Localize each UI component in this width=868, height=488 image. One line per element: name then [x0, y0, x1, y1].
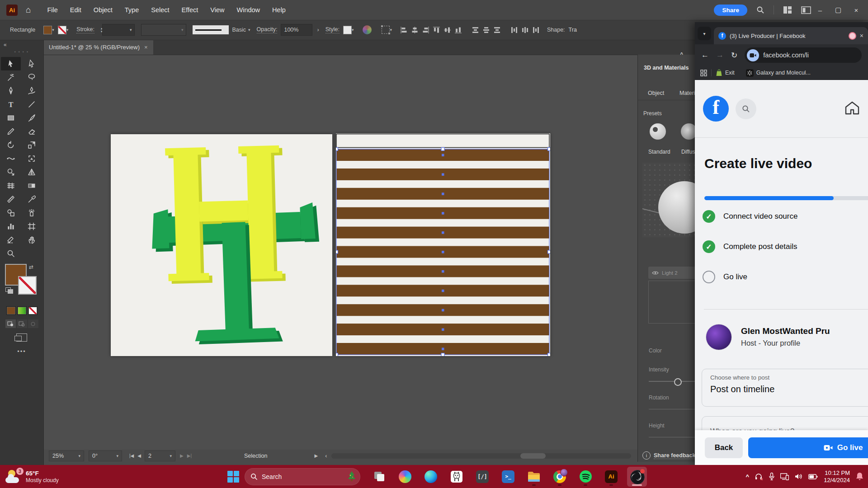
next-artboard-icon[interactable]: ▶	[180, 453, 184, 458]
align-center-h-icon[interactable]	[411, 26, 419, 34]
share-button[interactable]: Share	[714, 5, 747, 16]
draw-normal-icon[interactable]	[5, 319, 16, 328]
light-position-widget[interactable]	[648, 281, 695, 324]
last-artboard-icon[interactable]: ▶|	[187, 453, 192, 458]
line-segment-tool[interactable]	[22, 98, 42, 111]
perspective-grid-tool[interactable]	[22, 165, 42, 179]
curvature-tool[interactable]	[22, 84, 42, 98]
shape-builder-tool[interactable]	[1, 165, 21, 179]
slice-tool[interactable]	[1, 233, 21, 247]
zoom-level-dropdown[interactable]: 25%▾	[49, 450, 84, 461]
artboard-tool[interactable]	[22, 220, 42, 233]
menu-object[interactable]: Object	[94, 6, 113, 14]
rotate-tool[interactable]	[1, 138, 21, 152]
tab-close-icon[interactable]: ×	[860, 32, 863, 39]
pen-tool[interactable]	[1, 84, 21, 98]
gradient-mode-button[interactable]	[17, 306, 27, 315]
stroke-weight-field[interactable]: ▾	[102, 24, 135, 36]
host-row[interactable]: Glen MostWanted Pru Host - Your profile	[706, 324, 830, 350]
none-mode-button[interactable]	[28, 306, 38, 315]
stroke-dropdown-icon[interactable]: ▾	[66, 28, 69, 32]
distribute-middle-icon[interactable]	[482, 26, 490, 34]
home-icon[interactable]: ⌂	[26, 5, 31, 15]
illustrator-app-icon[interactable]: Ai	[6, 5, 18, 16]
edge-taskbar-icon[interactable]	[421, 467, 441, 487]
magic-wand-tool[interactable]	[1, 70, 21, 84]
fill-color-swatch[interactable]	[43, 26, 52, 34]
brush-preview[interactable]	[193, 25, 229, 34]
rectangle-tool[interactable]	[1, 111, 21, 125]
stroke-weight-label[interactable]: Stroke:	[76, 26, 94, 33]
lighting-preview[interactable]	[642, 163, 695, 237]
facebook-home-icon[interactable]	[844, 101, 860, 117]
recolor-artwork-icon[interactable]	[363, 25, 372, 34]
menu-view[interactable]: View	[210, 6, 224, 14]
dev-box-taskbar-icon[interactable]: [/]	[472, 467, 492, 487]
screen-mode-icon[interactable]	[16, 333, 27, 342]
type-tool[interactable]: T	[1, 98, 21, 111]
hand-tool[interactable]	[22, 233, 42, 247]
distribute-center-icon[interactable]	[521, 26, 529, 34]
shape-value[interactable]: Tra	[569, 27, 577, 33]
powershell-taskbar-icon[interactable]: >_	[498, 467, 518, 487]
fill-dropdown-icon[interactable]: ▾	[52, 28, 54, 32]
collapse-panel-icon[interactable]: «	[4, 42, 7, 48]
bounding-box-icon[interactable]	[382, 26, 390, 34]
prev-artboard-icon[interactable]: ◀	[137, 453, 141, 458]
align-right-icon[interactable]	[422, 26, 429, 34]
horizontal-scrollbar[interactable]	[331, 453, 631, 459]
lasso-tool[interactable]	[22, 70, 42, 84]
mesh-tool[interactable]	[1, 179, 21, 192]
document-canvas[interactable]: Untitled-1* @ 25 % (RGB/Preview) × ^	[43, 40, 695, 450]
cast-device-icon[interactable]	[780, 473, 789, 480]
align-bottom-icon[interactable]	[454, 26, 462, 34]
menu-file[interactable]: File	[47, 6, 57, 14]
distribute-left-icon[interactable]	[510, 26, 518, 34]
spotify-taskbar-icon[interactable]	[576, 467, 595, 487]
preset-standard-thumb[interactable]	[650, 123, 666, 140]
volume-icon[interactable]	[795, 473, 802, 480]
opacity-field[interactable]: 100%	[281, 24, 312, 36]
blend-tool[interactable]	[1, 206, 21, 220]
style-swatch[interactable]	[343, 26, 352, 34]
headphones-muted-icon[interactable]	[755, 473, 763, 480]
artboard-number-dropdown[interactable]: 2▾	[145, 450, 175, 461]
scale-tool[interactable]	[22, 138, 42, 152]
facebook-logo[interactable]: f	[703, 96, 729, 122]
copilot-taskbar-icon[interactable]	[395, 467, 415, 487]
clock[interactable]: 10:12 PM 12/4/2024	[824, 469, 850, 484]
intensity-slider[interactable]	[649, 381, 695, 382]
zoom-tool[interactable]	[1, 247, 21, 260]
post-destination-select[interactable]: Choose where to post Post on timeline	[702, 369, 868, 407]
intensity-knob[interactable]	[674, 378, 682, 386]
eyedropper-tool[interactable]	[22, 192, 42, 206]
distribute-top-icon[interactable]	[472, 26, 479, 34]
llama-taskbar-icon[interactable]	[447, 467, 467, 487]
align-left-icon[interactable]	[400, 26, 408, 34]
stroke-swatch[interactable]	[18, 276, 37, 295]
eraser-tool[interactable]	[22, 125, 42, 138]
search-icon[interactable]	[756, 6, 764, 14]
document-close-icon[interactable]: ×	[144, 44, 148, 51]
status-play-icon[interactable]: ▶	[314, 453, 318, 458]
status-mode-label[interactable]: Selection	[244, 453, 267, 459]
distribute-right-icon[interactable]	[532, 26, 540, 34]
start-button[interactable]	[227, 471, 239, 483]
style-label[interactable]: Style:	[326, 26, 340, 33]
distribute-bottom-icon[interactable]	[493, 26, 501, 34]
maximize-button[interactable]: ▢	[829, 6, 847, 14]
weather-widget[interactable]: 3 65°F Mostly cloudy	[5, 465, 59, 488]
opacity-options-icon[interactable]: ›	[317, 27, 319, 33]
rotation-dropdown[interactable]: 0°▾	[89, 450, 122, 461]
camera-permission-icon[interactable]	[747, 49, 759, 61]
obs-taskbar-icon[interactable]	[627, 467, 647, 487]
scrollbar-thumb[interactable]	[520, 453, 546, 459]
task-view-taskbar-icon[interactable]	[369, 467, 389, 487]
draw-inside-icon[interactable]	[28, 319, 38, 328]
illustrator-taskbar-icon[interactable]: Ai	[601, 467, 621, 487]
address-bar[interactable]: facebook.com/li	[745, 47, 862, 63]
swap-fill-stroke-icon[interactable]: ⇄	[29, 264, 33, 270]
first-artboard-icon[interactable]: |◀	[129, 453, 134, 458]
menu-type[interactable]: Type	[125, 6, 139, 14]
tab-object[interactable]: Object	[648, 90, 664, 96]
